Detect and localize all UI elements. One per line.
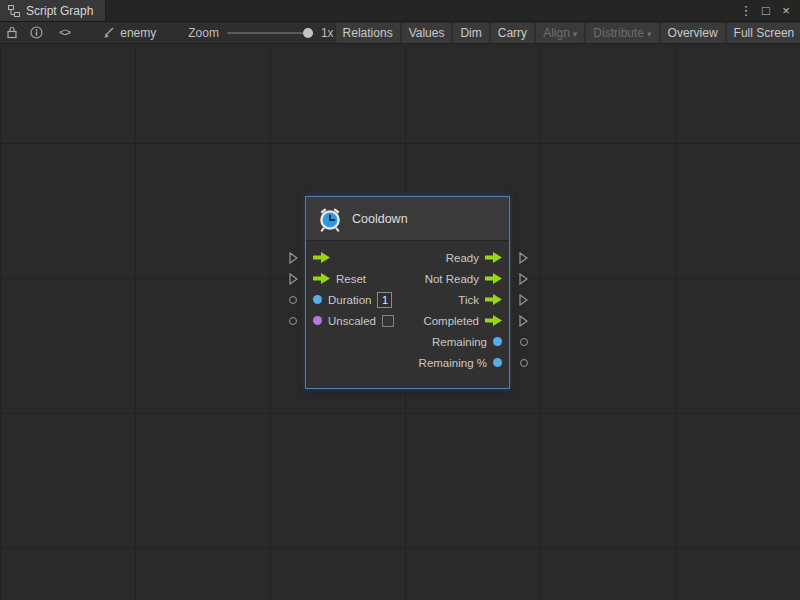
external-value-port[interactable] — [289, 317, 297, 325]
tab-label: Script Graph — [26, 4, 93, 18]
toolbar-button-distribute[interactable]: Distribute▾ — [586, 23, 658, 43]
unscaled-checkbox[interactable] — [382, 315, 394, 327]
row-right: Not Ready — [408, 273, 510, 285]
maximize-icon[interactable]: □ — [758, 1, 774, 21]
row-right: Tick — [408, 294, 510, 306]
window-menu-icon[interactable]: ⋮ — [738, 1, 754, 21]
output-port-label: Ready — [446, 252, 479, 264]
cooldown-node[interactable]: Cooldown ReadyResetNot ReadyDuration1Tic… — [305, 196, 510, 389]
window-titlebar: Script Graph ⋮ □ × — [0, 0, 800, 22]
node-body: ReadyResetNot ReadyDuration1TickUnscaled… — [306, 241, 509, 388]
toolbar-button-align[interactable]: Align▾ — [536, 23, 584, 43]
zoom-value: 1x — [321, 26, 334, 40]
duration-value-field[interactable]: 1 — [377, 292, 392, 308]
node-port-row: Ready — [306, 247, 509, 268]
row-right: Completed — [408, 315, 510, 327]
output-port-label: Remaining % — [419, 357, 487, 369]
output-port-label: Completed — [423, 315, 479, 327]
zoom-slider[interactable] — [227, 32, 313, 34]
zoom-label: Zoom — [188, 26, 219, 40]
node-port-row: Remaining % — [306, 352, 509, 373]
input-port-label: Duration — [328, 294, 371, 306]
toolbar-button-label: Relations — [343, 26, 393, 40]
output-port-label: Remaining — [432, 336, 487, 348]
node-header[interactable]: Cooldown — [306, 197, 509, 241]
row-right: Ready — [408, 252, 510, 264]
toolbar-button-label: Values — [409, 26, 445, 40]
toolbar-button-label: Overview — [668, 26, 718, 40]
external-control-port[interactable] — [519, 252, 528, 264]
output-port-ready[interactable] — [485, 252, 502, 263]
input-port-enter[interactable] — [313, 252, 330, 263]
toolbar-button-carry[interactable]: Carry — [491, 23, 534, 43]
output-port-tick[interactable] — [485, 294, 502, 305]
external-control-port[interactable] — [289, 273, 298, 285]
row-left: Duration1 — [306, 292, 408, 308]
external-value-port[interactable] — [520, 359, 528, 367]
lock-icon[interactable] — [6, 22, 18, 44]
node-title: Cooldown — [352, 212, 408, 226]
toolbar-button-relations[interactable]: Relations — [336, 23, 400, 43]
row-left: Unscaled — [306, 315, 408, 327]
graph-canvas[interactable]: Cooldown ReadyResetNot ReadyDuration1Tic… — [0, 45, 800, 600]
output-port-label: Tick — [458, 294, 479, 306]
input-port-label: Reset — [336, 273, 366, 285]
toolbar-button-label: Carry — [498, 26, 527, 40]
script-graph-icon — [8, 5, 20, 17]
alarm-clock-icon — [317, 206, 343, 232]
tab-script-graph[interactable]: Script Graph — [0, 0, 106, 21]
close-icon[interactable]: × — [778, 1, 794, 21]
row-right: Remaining — [408, 336, 510, 348]
input-port-duration[interactable] — [313, 295, 322, 304]
output-port-remaining[interactable] — [493, 337, 502, 346]
output-port-remaining[interactable] — [493, 358, 502, 367]
external-control-port[interactable] — [519, 273, 528, 285]
input-port-reset[interactable] — [313, 273, 330, 284]
external-control-port[interactable] — [519, 294, 528, 306]
row-left — [306, 252, 408, 263]
info-icon[interactable] — [30, 22, 43, 44]
toolbar-button-values[interactable]: Values — [402, 23, 452, 43]
external-value-port[interactable] — [289, 296, 297, 304]
zoom-slider-handle[interactable] — [303, 28, 313, 38]
input-port-unscaled[interactable] — [313, 316, 322, 325]
chevron-down-icon: ▾ — [647, 29, 652, 39]
toolbar-button-dim[interactable]: Dim — [453, 23, 488, 43]
toolbar-button-full-screen[interactable]: Full Screen — [727, 23, 800, 43]
external-value-port[interactable] — [520, 338, 528, 346]
toolbar-button-overview[interactable]: Overview — [661, 23, 725, 43]
node-port-row: Duration1Tick — [306, 289, 509, 310]
node-port-row: ResetNot Ready — [306, 268, 509, 289]
toolbar-button-label: Dim — [460, 26, 481, 40]
row-left: Reset — [306, 273, 408, 285]
chevron-down-icon: ▾ — [573, 29, 578, 39]
output-port-not-ready[interactable] — [485, 273, 502, 284]
graph-pointer-icon — [102, 22, 115, 44]
code-view-icon[interactable]: <> — [59, 22, 70, 44]
node-port-row: UnscaledCompleted — [306, 310, 509, 331]
toolbar-buttons: RelationsValuesDimCarryAlign▾Distribute▾… — [334, 22, 800, 44]
row-right: Remaining % — [408, 357, 510, 369]
node-port-row: Remaining — [306, 331, 509, 352]
output-port-completed[interactable] — [485, 315, 502, 326]
input-port-label: Unscaled — [328, 315, 376, 327]
toolbar-button-label: Full Screen — [734, 26, 795, 40]
graph-breadcrumb-name[interactable]: enemy — [120, 26, 156, 40]
toolbar-button-label: Distribute — [593, 26, 644, 40]
external-control-port[interactable] — [519, 315, 528, 327]
zoom-control: Zoom 1x — [188, 26, 333, 40]
toolbar-button-label: Align — [543, 26, 570, 40]
external-control-port[interactable] — [289, 252, 298, 264]
graph-toolbar: <> enemy Zoom 1x RelationsValuesDimCarry… — [0, 22, 800, 44]
output-port-label: Not Ready — [425, 273, 479, 285]
window-controls: ⋮ □ × — [738, 0, 800, 21]
